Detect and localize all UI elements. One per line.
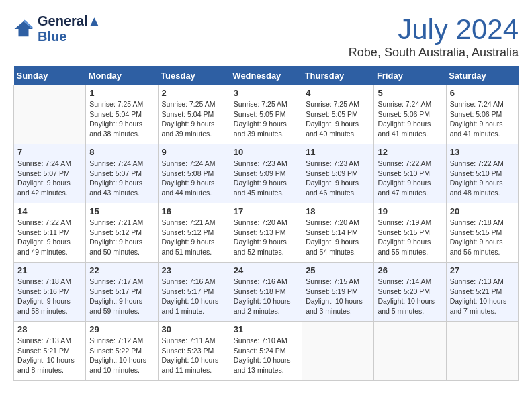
day-number: 1 — [89, 88, 154, 98]
calendar-cell: 2Sunrise: 7:25 AMSunset: 5:04 PMDaylight… — [158, 85, 230, 144]
day-info: Sunrise: 7:15 AMSunset: 5:19 PMDaylight:… — [306, 277, 370, 316]
calendar-cell: 21Sunrise: 7:18 AMSunset: 5:16 PMDayligh… — [14, 263, 86, 322]
calendar-week-row: 1Sunrise: 7:25 AMSunset: 5:04 PMDaylight… — [14, 85, 519, 144]
day-number: 12 — [378, 147, 442, 157]
day-number: 20 — [450, 206, 515, 216]
calendar-week-row: 14Sunrise: 7:22 AMSunset: 5:11 PMDayligh… — [14, 203, 519, 263]
calendar-cell: 3Sunrise: 7:25 AMSunset: 5:05 PMDaylight… — [230, 85, 302, 144]
day-number: 23 — [162, 265, 226, 275]
calendar-cell: 17Sunrise: 7:20 AMSunset: 5:13 PMDayligh… — [230, 203, 302, 263]
calendar-cell: 13Sunrise: 7:22 AMSunset: 5:10 PMDayligh… — [446, 144, 518, 203]
day-info: Sunrise: 7:24 AMSunset: 5:07 PMDaylight:… — [89, 158, 154, 198]
calendar-week-row: 7Sunrise: 7:24 AMSunset: 5:07 PMDaylight… — [14, 144, 519, 203]
day-info: Sunrise: 7:16 AMSunset: 5:17 PMDaylight:… — [162, 277, 226, 316]
calendar-day-header: Monday — [86, 66, 158, 85]
day-info: Sunrise: 7:13 AMSunset: 5:21 PMDaylight:… — [17, 336, 82, 375]
calendar-cell: 31Sunrise: 7:10 AMSunset: 5:24 PMDayligh… — [230, 322, 302, 381]
day-number: 25 — [306, 265, 370, 275]
calendar-cell — [14, 85, 86, 144]
calendar-day-header: Tuesday — [158, 66, 230, 85]
day-info: Sunrise: 7:13 AMSunset: 5:21 PMDaylight:… — [450, 277, 515, 316]
day-number: 24 — [234, 265, 298, 275]
title-section: July 2024 Robe, South Australia, Austral… — [349, 13, 519, 60]
calendar-cell: 9Sunrise: 7:24 AMSunset: 5:08 PMDaylight… — [158, 144, 230, 203]
calendar-cell: 12Sunrise: 7:22 AMSunset: 5:10 PMDayligh… — [374, 144, 446, 203]
day-info: Sunrise: 7:16 AMSunset: 5:18 PMDaylight:… — [234, 277, 298, 316]
calendar-cell: 6Sunrise: 7:24 AMSunset: 5:06 PMDaylight… — [446, 85, 518, 144]
day-number: 30 — [162, 324, 226, 334]
calendar-cell: 27Sunrise: 7:13 AMSunset: 5:21 PMDayligh… — [446, 263, 518, 322]
day-number: 4 — [306, 88, 370, 98]
day-info: Sunrise: 7:19 AMSunset: 5:15 PMDaylight:… — [378, 218, 442, 257]
day-number: 11 — [306, 147, 370, 157]
calendar-cell: 11Sunrise: 7:23 AMSunset: 5:09 PMDayligh… — [302, 144, 374, 203]
day-info: Sunrise: 7:21 AMSunset: 5:12 PMDaylight:… — [162, 218, 226, 257]
calendar-cell: 5Sunrise: 7:24 AMSunset: 5:06 PMDaylight… — [374, 85, 446, 144]
day-info: Sunrise: 7:24 AMSunset: 5:06 PMDaylight:… — [450, 99, 515, 139]
logo: General▲ Blue — [13, 13, 101, 44]
day-number: 22 — [89, 265, 154, 275]
day-number: 9 — [162, 147, 226, 157]
day-number: 21 — [17, 265, 82, 275]
day-info: Sunrise: 7:17 AMSunset: 5:17 PMDaylight:… — [89, 277, 154, 316]
day-info: Sunrise: 7:10 AMSunset: 5:24 PMDaylight:… — [234, 336, 298, 375]
day-info: Sunrise: 7:18 AMSunset: 5:16 PMDaylight:… — [17, 277, 82, 316]
day-number: 14 — [17, 206, 82, 216]
day-number: 31 — [234, 324, 298, 334]
calendar-cell: 19Sunrise: 7:19 AMSunset: 5:15 PMDayligh… — [374, 203, 446, 263]
day-info: Sunrise: 7:20 AMSunset: 5:13 PMDaylight:… — [234, 218, 298, 257]
calendar-week-row: 21Sunrise: 7:18 AMSunset: 5:16 PMDayligh… — [14, 263, 519, 322]
day-info: Sunrise: 7:25 AMSunset: 5:05 PMDaylight:… — [234, 99, 298, 139]
day-number: 6 — [450, 88, 515, 98]
day-number: 19 — [378, 206, 442, 216]
calendar-cell: 10Sunrise: 7:23 AMSunset: 5:09 PMDayligh… — [230, 144, 302, 203]
day-info: Sunrise: 7:11 AMSunset: 5:23 PMDaylight:… — [162, 336, 226, 375]
day-info: Sunrise: 7:25 AMSunset: 5:04 PMDaylight:… — [162, 99, 226, 139]
day-info: Sunrise: 7:25 AMSunset: 5:05 PMDaylight:… — [306, 99, 370, 139]
day-info: Sunrise: 7:23 AMSunset: 5:09 PMDaylight:… — [306, 158, 370, 198]
calendar-cell: 24Sunrise: 7:16 AMSunset: 5:18 PMDayligh… — [230, 263, 302, 322]
day-info: Sunrise: 7:24 AMSunset: 5:08 PMDaylight:… — [162, 158, 226, 198]
day-info: Sunrise: 7:24 AMSunset: 5:07 PMDaylight:… — [17, 158, 82, 198]
calendar-cell: 1Sunrise: 7:25 AMSunset: 5:04 PMDaylight… — [86, 85, 158, 144]
calendar-cell: 29Sunrise: 7:12 AMSunset: 5:22 PMDayligh… — [86, 322, 158, 381]
calendar-cell: 4Sunrise: 7:25 AMSunset: 5:05 PMDaylight… — [302, 85, 374, 144]
calendar-cell: 20Sunrise: 7:18 AMSunset: 5:15 PMDayligh… — [446, 203, 518, 263]
calendar-cell: 15Sunrise: 7:21 AMSunset: 5:12 PMDayligh… — [86, 203, 158, 263]
calendar-cell — [446, 322, 518, 381]
day-number: 27 — [450, 265, 515, 275]
day-number: 10 — [234, 147, 298, 157]
logo-text: General▲ Blue — [38, 13, 101, 44]
day-info: Sunrise: 7:23 AMSunset: 5:09 PMDaylight:… — [234, 158, 298, 198]
calendar-day-header: Sunday — [14, 66, 86, 85]
calendar-week-row: 28Sunrise: 7:13 AMSunset: 5:21 PMDayligh… — [14, 322, 519, 381]
day-info: Sunrise: 7:22 AMSunset: 5:11 PMDaylight:… — [17, 218, 82, 257]
calendar-cell: 18Sunrise: 7:20 AMSunset: 5:14 PMDayligh… — [302, 203, 374, 263]
month-title: July 2024 — [349, 13, 519, 46]
calendar-cell: 23Sunrise: 7:16 AMSunset: 5:17 PMDayligh… — [158, 263, 230, 322]
calendar-cell: 28Sunrise: 7:13 AMSunset: 5:21 PMDayligh… — [14, 322, 86, 381]
day-info: Sunrise: 7:12 AMSunset: 5:22 PMDaylight:… — [89, 336, 154, 375]
calendar-header-row: SundayMondayTuesdayWednesdayThursdayFrid… — [14, 66, 519, 85]
day-number: 2 — [162, 88, 226, 98]
calendar-day-header: Friday — [374, 66, 446, 85]
day-number: 15 — [89, 206, 154, 216]
day-info: Sunrise: 7:22 AMSunset: 5:10 PMDaylight:… — [378, 158, 442, 198]
calendar-body: 1Sunrise: 7:25 AMSunset: 5:04 PMDaylight… — [14, 85, 519, 381]
day-info: Sunrise: 7:20 AMSunset: 5:14 PMDaylight:… — [306, 218, 370, 257]
calendar-day-header: Thursday — [302, 66, 374, 85]
day-number: 26 — [378, 265, 442, 275]
day-info: Sunrise: 7:14 AMSunset: 5:20 PMDaylight:… — [378, 277, 442, 316]
day-number: 17 — [234, 206, 298, 216]
day-number: 13 — [450, 147, 515, 157]
calendar-cell: 30Sunrise: 7:11 AMSunset: 5:23 PMDayligh… — [158, 322, 230, 381]
day-number: 29 — [89, 324, 154, 334]
calendar-cell: 25Sunrise: 7:15 AMSunset: 5:19 PMDayligh… — [302, 263, 374, 322]
calendar-cell: 7Sunrise: 7:24 AMSunset: 5:07 PMDaylight… — [14, 144, 86, 203]
day-number: 28 — [17, 324, 82, 334]
location-title: Robe, South Australia, Australia — [349, 46, 519, 60]
day-number: 7 — [17, 147, 82, 157]
day-number: 3 — [234, 88, 298, 98]
calendar-cell: 16Sunrise: 7:21 AMSunset: 5:12 PMDayligh… — [158, 203, 230, 263]
calendar-day-header: Saturday — [446, 66, 518, 85]
